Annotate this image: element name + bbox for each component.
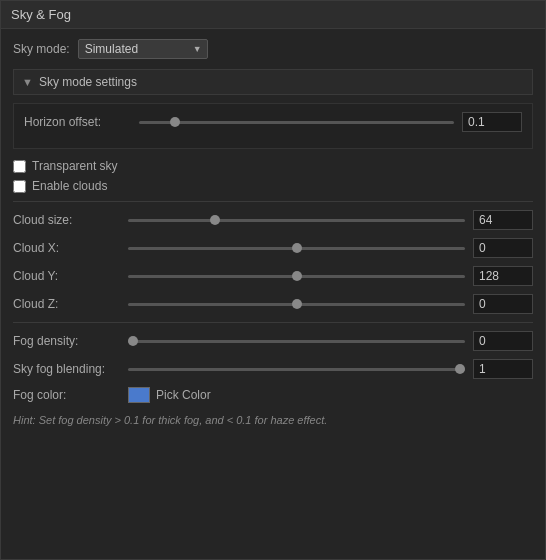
sky-fog-blending-value[interactable] xyxy=(473,359,533,379)
cloud-x-row: Cloud X: xyxy=(13,238,533,258)
divider-1 xyxy=(13,201,533,202)
cloud-y-row: Cloud Y: xyxy=(13,266,533,286)
hint-text: Hint: Set fog density > 0.1 for thick fo… xyxy=(13,413,533,428)
cloud-z-value[interactable] xyxy=(473,294,533,314)
cloud-z-slider-container xyxy=(128,303,465,306)
panel-title: Sky & Fog xyxy=(1,1,545,29)
sky-fog-panel: Sky & Fog Sky mode: Simulated None Custo… xyxy=(0,0,546,560)
transparent-sky-label[interactable]: Transparent sky xyxy=(32,159,118,173)
fog-density-label: Fog density: xyxy=(13,334,128,348)
enable-clouds-checkbox[interactable] xyxy=(13,180,26,193)
cloud-y-value[interactable] xyxy=(473,266,533,286)
cloud-size-slider[interactable] xyxy=(128,219,465,222)
cloud-y-slider-container xyxy=(128,275,465,278)
cloud-x-value[interactable] xyxy=(473,238,533,258)
sky-mode-label: Sky mode: xyxy=(13,42,70,56)
horizon-offset-slider-container xyxy=(139,121,454,124)
fog-density-value[interactable] xyxy=(473,331,533,351)
fog-color-label: Fog color: xyxy=(13,388,128,402)
sky-fog-blending-slider-container xyxy=(128,368,465,371)
fog-color-row: Fog color: Pick Color xyxy=(13,387,533,403)
fog-color-swatch[interactable] xyxy=(128,387,150,403)
sky-mode-settings-header[interactable]: ▼ Sky mode settings xyxy=(13,69,533,95)
pick-color-button[interactable]: Pick Color xyxy=(156,388,211,402)
divider-2 xyxy=(13,322,533,323)
horizon-offset-row: Horizon offset: xyxy=(24,112,522,132)
cloud-x-label: Cloud X: xyxy=(13,241,128,255)
sky-mode-select[interactable]: Simulated None Custom xyxy=(78,39,208,59)
fog-density-slider[interactable] xyxy=(128,340,465,343)
cloud-size-slider-container xyxy=(128,219,465,222)
horizon-offset-slider[interactable] xyxy=(139,121,454,124)
cloud-size-label: Cloud size: xyxy=(13,213,128,227)
cloud-z-slider[interactable] xyxy=(128,303,465,306)
sky-fog-blending-label: Sky fog blending: xyxy=(13,362,128,376)
sky-fog-blending-slider[interactable] xyxy=(128,368,465,371)
sky-mode-settings-label: Sky mode settings xyxy=(39,75,137,89)
sky-mode-row: Sky mode: Simulated None Custom xyxy=(13,39,533,59)
sky-mode-settings-block: Horizon offset: xyxy=(13,103,533,149)
cloud-size-row: Cloud size: xyxy=(13,210,533,230)
enable-clouds-label[interactable]: Enable clouds xyxy=(32,179,107,193)
cloud-x-slider[interactable] xyxy=(128,247,465,250)
cloud-z-row: Cloud Z: xyxy=(13,294,533,314)
cloud-y-slider[interactable] xyxy=(128,275,465,278)
cloud-z-label: Cloud Z: xyxy=(13,297,128,311)
sky-fog-blending-row: Sky fog blending: xyxy=(13,359,533,379)
transparent-sky-row: Transparent sky xyxy=(13,159,533,173)
horizon-offset-value[interactable] xyxy=(462,112,522,132)
cloud-y-label: Cloud Y: xyxy=(13,269,128,283)
fog-density-row: Fog density: xyxy=(13,331,533,351)
enable-clouds-row: Enable clouds xyxy=(13,179,533,193)
sky-mode-select-wrapper: Simulated None Custom xyxy=(78,39,208,59)
cloud-x-slider-container xyxy=(128,247,465,250)
cloud-size-value[interactable] xyxy=(473,210,533,230)
collapse-arrow-icon: ▼ xyxy=(22,76,33,88)
horizon-offset-label: Horizon offset: xyxy=(24,115,139,129)
fog-density-slider-container xyxy=(128,340,465,343)
transparent-sky-checkbox[interactable] xyxy=(13,160,26,173)
